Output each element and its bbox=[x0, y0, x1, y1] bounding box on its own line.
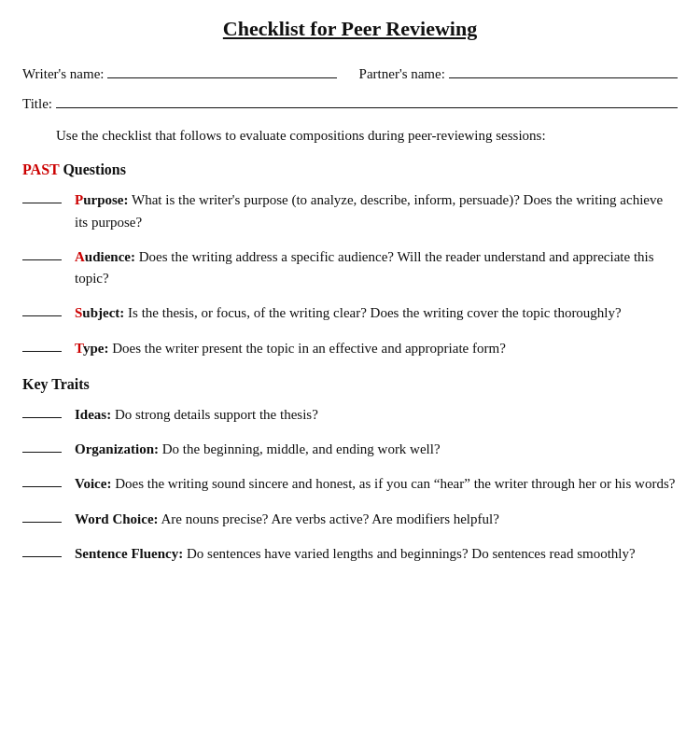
past-item-type: Type: Does the writer present the topic … bbox=[22, 338, 678, 359]
trait-item-organization: Organization: Do the beginning, middle, … bbox=[22, 439, 678, 460]
sentence-fluency-body: Do sentences have varied lengths and beg… bbox=[183, 546, 635, 561]
page-title: Checklist for Peer Reviewing bbox=[22, 17, 678, 41]
trait-item-sentence-fluency: Sentence Fluency: Do sentences have vari… bbox=[22, 543, 678, 565]
subject-body: Is the thesis, or focus, of the writing … bbox=[124, 305, 621, 320]
partner-label: Partner's name: bbox=[359, 66, 445, 82]
past-item-purpose: Purpose: What is the writer's purpose (t… bbox=[22, 189, 678, 233]
past-section: PAST Questions Purpose: What is the writ… bbox=[22, 161, 678, 359]
word-choice-body: Are nouns precise? Are verbs active? Are… bbox=[159, 511, 499, 526]
sentence-fluency-text: Sentence Fluency: Do sentences have vari… bbox=[75, 543, 678, 565]
type-label: ype: bbox=[83, 341, 109, 356]
title-input[interactable] bbox=[56, 91, 678, 108]
subject-text: Subject: Is the thesis, or focus, of the… bbox=[75, 302, 678, 324]
title-label: Title: bbox=[22, 96, 52, 112]
organization-body: Do the beginning, middle, and ending wor… bbox=[159, 441, 441, 456]
key-traits-section: Key Traits Ideas: Do strong details supp… bbox=[22, 376, 678, 565]
blank-line-subject bbox=[22, 315, 62, 316]
blank-line-ideas bbox=[22, 417, 62, 418]
subject-label: ubject: bbox=[82, 305, 124, 320]
voice-text: Voice: Does the writing sound sincere an… bbox=[75, 473, 678, 495]
word-choice-label: Word Choice: bbox=[75, 511, 159, 526]
ideas-text: Ideas: Do strong details support the the… bbox=[75, 404, 678, 426]
blank-line-audience bbox=[22, 259, 62, 260]
audience-text: Audience: Does the writing address a spe… bbox=[75, 246, 678, 290]
trait-item-voice: Voice: Does the writing sound sincere an… bbox=[22, 473, 678, 495]
names-row: Writer's name: Partner's name: bbox=[22, 62, 678, 82]
type-body: Does the writer present the topic in an … bbox=[108, 341, 505, 356]
audience-label: udience: bbox=[85, 249, 135, 264]
past-item-audience: Audience: Does the writing address a spe… bbox=[22, 246, 678, 290]
sentence-fluency-label: Sentence Fluency: bbox=[75, 546, 183, 561]
intro-text: Use the checklist that follows to evalua… bbox=[22, 125, 678, 147]
type-letter: T bbox=[75, 341, 83, 356]
trait-item-word-choice: Word Choice: Are nouns precise? Are verb… bbox=[22, 509, 678, 530]
key-traits-heading: Key Traits bbox=[22, 376, 678, 393]
writer-label: Writer's name: bbox=[22, 66, 104, 82]
purpose-letter: P bbox=[75, 192, 83, 207]
word-choice-text: Word Choice: Are nouns precise? Are verb… bbox=[75, 509, 678, 530]
blank-line-word-choice bbox=[22, 522, 62, 523]
past-heading-red: PAST bbox=[22, 161, 59, 177]
ideas-body: Do strong details support the thesis? bbox=[111, 407, 318, 422]
blank-line-sentence-fluency bbox=[22, 556, 62, 557]
organization-text: Organization: Do the beginning, middle, … bbox=[75, 439, 678, 460]
ideas-label: Ideas: bbox=[75, 407, 111, 422]
partner-name-input[interactable] bbox=[449, 62, 678, 78]
blank-line-organization bbox=[22, 452, 62, 453]
purpose-body: What is the writer's purpose (to analyze… bbox=[75, 192, 663, 229]
voice-label: Voice: bbox=[75, 476, 111, 491]
past-heading-rest: Questions bbox=[59, 161, 126, 177]
voice-body: Does the writing sound sincere and hones… bbox=[111, 476, 675, 491]
trait-item-ideas: Ideas: Do strong details support the the… bbox=[22, 404, 678, 426]
audience-letter: A bbox=[75, 249, 85, 264]
purpose-text: Purpose: What is the writer's purpose (t… bbox=[75, 189, 678, 233]
blank-line-type bbox=[22, 351, 62, 352]
blank-line-purpose bbox=[22, 203, 62, 203]
writer-name-input[interactable] bbox=[107, 62, 336, 78]
past-item-subject: Subject: Is the thesis, or focus, of the… bbox=[22, 302, 678, 324]
organization-label: Organization: bbox=[75, 441, 159, 456]
past-heading: PAST Questions bbox=[22, 161, 678, 178]
type-text: Type: Does the writer present the topic … bbox=[75, 338, 678, 359]
purpose-label: urpose: bbox=[83, 192, 128, 207]
blank-line-voice bbox=[22, 486, 62, 487]
audience-body: Does the writing address a specific audi… bbox=[75, 249, 654, 286]
title-row: Title: bbox=[22, 91, 678, 112]
